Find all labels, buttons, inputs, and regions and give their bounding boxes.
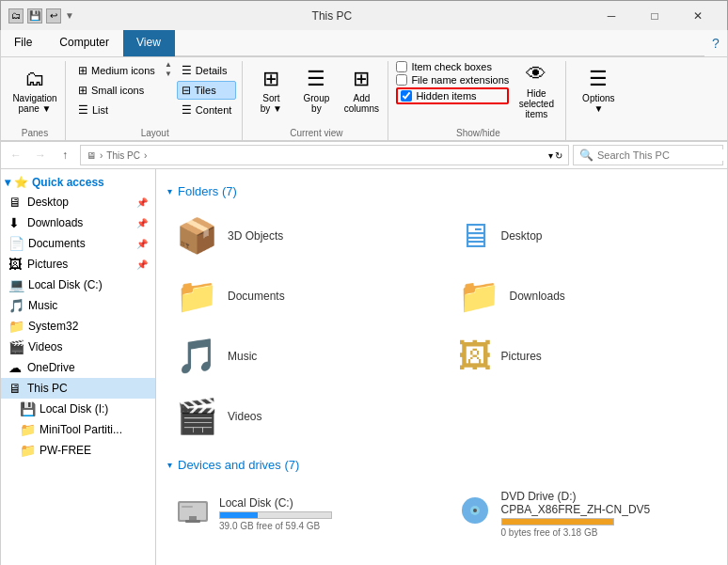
drive-d[interactable]: DVD Drive (D:)CPBA_X86FRE_ZH-CN_DV5 0 by… (450, 483, 717, 544)
ribbon: File Computer View ? 🗂 Navigationpane ▼ … (0, 30, 728, 141)
folder-pictures[interactable]: 🖼 Pictures (450, 330, 717, 383)
folder-music-icon: 🎵 (176, 337, 218, 376)
navigation-pane-button[interactable]: 🗂 Navigationpane ▼ (10, 61, 59, 119)
tab-file[interactable]: File (1, 30, 46, 56)
undo-icon[interactable]: ↩ (46, 8, 61, 24)
group-by-button[interactable]: ☰ Groupby (295, 61, 337, 119)
file-ext-option[interactable]: File name extensions (396, 74, 509, 86)
close-button[interactable]: ✕ (676, 1, 720, 31)
devices-section-header[interactable]: ▾ Devices and drives (7) (167, 458, 716, 472)
small-icons-btn[interactable]: ⊞ Small icons (73, 81, 160, 100)
tiles-icon: ⊟ (182, 84, 191, 97)
item-checkboxes-label: Item check boxes (411, 61, 492, 72)
sidebar-item-onedrive[interactable]: ☁ OneDrive (1, 357, 155, 378)
sidebar-item-this-pc[interactable]: 🖥 This PC (1, 378, 155, 399)
medium-icons-btn[interactable]: ⊞ Medium icons (73, 61, 160, 80)
folder-videos-name: Videos (228, 410, 261, 423)
address-path[interactable]: 🖥 › This PC › ▾ ↻ (80, 145, 569, 165)
sidebar-item-desktop[interactable]: 🖥 Desktop 📌 (1, 192, 155, 212)
file-ext-checkbox[interactable] (396, 74, 407, 86)
options-icon: ☰ (589, 67, 608, 91)
devices-chevron: ▾ (167, 460, 172, 470)
folders-section-header[interactable]: ▾ Folders (7) (167, 184, 716, 198)
sidebar-item-local-disk[interactable]: 💻 Local Disk (C:) (1, 275, 155, 295)
sidebar-item-pictures[interactable]: 🖼 Pictures 📌 (1, 254, 155, 275)
item-checkboxes-checkbox[interactable] (396, 61, 407, 72)
quick-access-header[interactable]: ▾ ⭐ Quick access (1, 173, 155, 192)
checkbox-options: Item check boxes File name extensions Hi… (396, 61, 509, 104)
save-icon[interactable]: 💾 (27, 8, 42, 24)
local-disk-i-label: Local Disk (I:) (40, 402, 108, 416)
back-button[interactable]: ← (5, 144, 27, 166)
minimize-button[interactable]: ─ (590, 1, 633, 31)
tab-computer[interactable]: Computer (46, 30, 123, 56)
hide-selected-icon: 👁 (526, 62, 546, 86)
add-columns-button[interactable]: ⊞ Addcolumns (340, 61, 382, 119)
folder-3d-name: 3D Objects (228, 229, 283, 243)
search-box[interactable]: 🔍 (573, 145, 723, 165)
help-button[interactable]: ? (704, 30, 727, 56)
this-pc-icon: 🖥 (8, 381, 24, 396)
devices-title: Devices and drives (7) (178, 458, 299, 472)
drive-d-bar (502, 519, 613, 525)
list-btn[interactable]: ☰ List (73, 101, 160, 119)
documents-pin: 📌 (136, 239, 148, 249)
sidebar-item-minitool[interactable]: 📁 MiniTool Partiti... (1, 419, 155, 440)
drive-i-icon (458, 558, 492, 565)
drive-d-bar-container (501, 518, 614, 526)
medium-icons-label: Medium icons (91, 65, 155, 76)
forward-button[interactable]: → (29, 144, 52, 166)
sort-by-button[interactable]: ⊞ Sortby ▼ (250, 61, 292, 119)
sidebar-item-music[interactable]: 🎵 Music (1, 295, 155, 316)
downloads-icon: ⬇ (8, 215, 24, 230)
main-layout: ▾ ⭐ Quick access 🖥 Desktop 📌 ⬇ Downloads… (0, 169, 728, 565)
folder-3d-objects[interactable]: 📦 3D Objects (167, 210, 435, 262)
folder-documents[interactable]: 📁 Documents (167, 270, 435, 322)
svg-rect-3 (185, 520, 200, 523)
sidebar-item-documents[interactable]: 📄 Documents 📌 (1, 233, 155, 254)
small-icons-icon: ⊞ (78, 84, 87, 97)
layout-options-bottom: ☰ Details ⊟ Tiles ☰ Content (177, 61, 237, 119)
folder-videos[interactable]: 🎬 Videos (167, 390, 435, 443)
folder-desktop[interactable]: 🖥 Desktop (450, 210, 717, 262)
desktop-pin: 📌 (136, 197, 148, 208)
drive-i[interactable]: Local Disk (I:) (450, 552, 717, 565)
sidebar-item-local-disk-i[interactable]: 💾 Local Disk (I:) (1, 399, 155, 419)
nav-buttons: ← → ↑ (5, 144, 76, 166)
search-input[interactable] (597, 149, 727, 161)
sidebar-item-downloads[interactable]: ⬇ Downloads 📌 (1, 212, 155, 233)
sidebar-item-videos[interactable]: 🎬 Videos (1, 337, 155, 357)
drive-h[interactable]: Local Disk (H:) (167, 552, 435, 565)
up-button[interactable]: ↑ (54, 144, 76, 166)
path-refresh[interactable]: ↻ (555, 150, 562, 161)
folder-music[interactable]: 🎵 Music (167, 330, 435, 383)
tiles-btn[interactable]: ⊟ Tiles (177, 81, 237, 100)
layout-up-arrow[interactable]: ▲ (165, 61, 172, 69)
tab-view[interactable]: View (123, 30, 175, 56)
folder-downloads[interactable]: 📁 Downloads (450, 270, 717, 322)
sidebar-item-pw-free[interactable]: 📁 PW-FREE (1, 440, 155, 461)
path-dropdown[interactable]: ▾ (548, 150, 553, 161)
this-pc-label: This PC (27, 382, 68, 395)
sort-label: Sortby ▼ (261, 93, 282, 114)
svg-rect-4 (182, 506, 193, 508)
details-btn[interactable]: ☰ Details (177, 61, 237, 80)
quick-access-icon[interactable]: 🗂 (8, 8, 24, 24)
hidden-items-option[interactable]: Hidden items (396, 87, 509, 104)
content-btn[interactable]: ☰ Content (177, 101, 237, 119)
sidebar-item-system32[interactable]: 📁 System32 (1, 316, 155, 337)
folder-pictures-icon: 🖼 (458, 337, 492, 376)
dropdown-icon[interactable]: ▼ (65, 10, 74, 21)
layout-down-arrow[interactable]: ▼ (165, 71, 172, 78)
drive-c[interactable]: Local Disk (C:) 39.0 GB free of 59.4 GB (167, 483, 435, 544)
options-button[interactable]: ☰ Options ▼ (574, 61, 623, 119)
item-checkboxes-option[interactable]: Item check boxes (396, 61, 509, 72)
details-label: Details (196, 65, 228, 76)
layout-arrows[interactable]: ▲ ▼ (164, 61, 173, 78)
content-label: Content (196, 104, 232, 116)
maximize-button[interactable]: □ (633, 1, 676, 31)
hide-selected-button[interactable]: 👁 Hide selecteditems (513, 61, 560, 119)
folder-music-name: Music (228, 350, 257, 363)
hidden-items-checkbox[interactable] (401, 90, 412, 102)
search-icon: 🔍 (579, 149, 593, 162)
